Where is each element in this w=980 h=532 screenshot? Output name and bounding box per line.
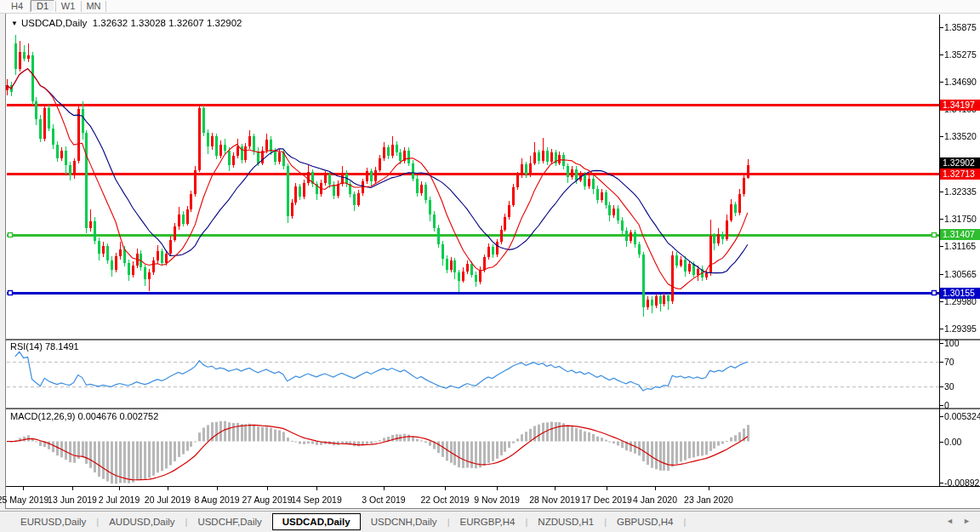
rsi-axis-label: 100 bbox=[944, 338, 960, 348]
price-badge: 1.32902 bbox=[940, 157, 980, 169]
price-badge: 1.31407 bbox=[940, 229, 980, 240]
macd-axis-label: 0.005324 bbox=[944, 411, 980, 421]
date-label: 14 Sep 2019 bbox=[282, 495, 350, 505]
timeframe-button-w1[interactable]: W1 bbox=[56, 0, 80, 12]
rsi-axis-label: 70 bbox=[944, 357, 954, 367]
rsi-axis-label: 30 bbox=[944, 381, 954, 392]
tab-usdcnh[interactable]: USDCNH,Daily bbox=[361, 514, 447, 529]
macd-axis-label: -0.008929 bbox=[944, 478, 980, 488]
tab-audusd[interactable]: AUDUSD,Daily bbox=[99, 514, 185, 529]
timeframe-button-h4[interactable]: H4 bbox=[5, 0, 29, 12]
rsi-current-value: 78.1491 bbox=[45, 341, 79, 352]
price-badge: 1.34197 bbox=[940, 100, 980, 111]
mt4-chart-window: H4D1W1MN ▼USDCAD,Daily 1.32632 1.33028 1… bbox=[0, 0, 980, 532]
tab-eurgbp[interactable]: EURGBP,H4 bbox=[449, 514, 525, 529]
date-label: 23 Jan 2020 bbox=[675, 495, 743, 505]
tab-nzdusd[interactable]: NZDUSD,H1 bbox=[527, 514, 604, 529]
price-tick-label: 1.35275 bbox=[944, 49, 977, 60]
price-tick-label: 1.34690 bbox=[944, 77, 977, 87]
macd-main-value: 0.004676 bbox=[77, 411, 117, 421]
chart-canvas[interactable] bbox=[0, 0, 980, 532]
chevron-down-icon: ▼ bbox=[11, 20, 18, 27]
timeframe-toolbar: H4D1W1MN bbox=[0, 0, 980, 14]
tab-scroll-right-icon[interactable]: ► bbox=[963, 517, 971, 525]
symbol-label: USDCAD,Daily bbox=[21, 18, 87, 28]
price-badge: 1.32713 bbox=[940, 169, 980, 180]
tab-scroll-left-icon[interactable]: ◄ bbox=[946, 517, 954, 525]
timeframe-button-d1[interactable]: D1 bbox=[31, 0, 54, 12]
price-tick-label: 1.29395 bbox=[944, 323, 977, 334]
price-tick-label: 1.31750 bbox=[944, 214, 977, 224]
rsi-label: RSI(14) 78.1491 bbox=[10, 341, 79, 352]
chart-title: ▼USDCAD,Daily 1.32632 1.33028 1.32607 1.… bbox=[11, 18, 242, 28]
rsi-axis-label: 0 bbox=[944, 400, 949, 410]
price-tick-label: 1.31165 bbox=[944, 241, 976, 251]
price-tick-label: 1.30565 bbox=[944, 269, 977, 279]
timeframe-button-mn[interactable]: MN bbox=[82, 0, 105, 12]
tab-eurusd[interactable]: EURUSD,Daily bbox=[10, 514, 96, 529]
ohlc-values: 1.32632 1.33028 1.32607 1.32902 bbox=[93, 18, 242, 28]
rsi-name: RSI(14) bbox=[10, 341, 43, 352]
price-tick-label: 1.33520 bbox=[944, 131, 977, 141]
tab-gbpusd[interactable]: GBPUSD,H4 bbox=[607, 514, 683, 529]
tab-usdcad[interactable]: USDCAD,Daily bbox=[272, 513, 361, 530]
macd-label: MACD(12,26,9) 0.004676 0.002752 bbox=[10, 411, 158, 421]
date-label: 3 Oct 2019 bbox=[350, 495, 418, 505]
price-tick-label: 1.32335 bbox=[944, 186, 977, 197]
tab-usdchf[interactable]: USDCHF,Daily bbox=[187, 514, 271, 529]
macd-axis-label: 0.00 bbox=[944, 437, 961, 447]
tab-separator: | bbox=[683, 517, 686, 527]
macd-signal-value: 0.002752 bbox=[119, 411, 158, 421]
price-tick-label: 1.35875 bbox=[944, 22, 977, 32]
chart-tabs-bar: EURUSD,Daily|AUDUSD,Daily|USDCHF,DailyUS… bbox=[0, 511, 980, 532]
price-badge: 1.30155 bbox=[940, 288, 980, 299]
toolbar-separator bbox=[105, 1, 106, 12]
macd-name: MACD(12,26,9) bbox=[10, 411, 75, 421]
